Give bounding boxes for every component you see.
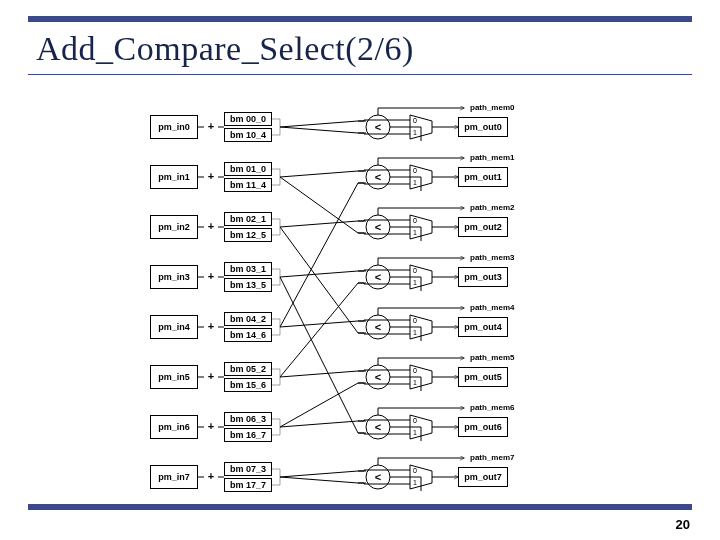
bm-bot-4: bm 14_6 bbox=[224, 328, 272, 342]
adder-0: + bbox=[208, 120, 214, 132]
mux1-2: 1 bbox=[413, 229, 417, 236]
bm-top-7: bm 07_3 bbox=[224, 462, 272, 476]
comparator-3: < bbox=[375, 271, 381, 283]
mux0-5: 0 bbox=[413, 367, 417, 374]
pm-out-0: pm_out0 bbox=[458, 117, 508, 137]
page-number: 20 bbox=[676, 517, 690, 532]
bm-top-1: bm 01_0 bbox=[224, 162, 272, 176]
pm-out-5: pm_out5 bbox=[458, 367, 508, 387]
adder-7: + bbox=[208, 470, 214, 482]
mux0-0: 0 bbox=[413, 117, 417, 124]
pm-in-3: pm_in3 bbox=[150, 265, 198, 289]
svg-line-85 bbox=[280, 227, 358, 333]
mux1-5: 1 bbox=[413, 379, 417, 386]
comparator-0: < bbox=[375, 121, 381, 133]
pm-in-1: pm_in1 bbox=[150, 165, 198, 189]
pm-out-7: pm_out7 bbox=[458, 467, 508, 487]
path-mem-5: path_mem5 bbox=[470, 353, 514, 362]
bottom-bar bbox=[28, 504, 692, 510]
pm-out-2: pm_out2 bbox=[458, 217, 508, 237]
pm-out-3: pm_out3 bbox=[458, 267, 508, 287]
mux0-2: 0 bbox=[413, 217, 417, 224]
bm-bot-1: bm 11_4 bbox=[224, 178, 272, 192]
svg-line-82 bbox=[280, 171, 358, 177]
adder-6: + bbox=[208, 420, 214, 432]
pm-in-2: pm_in2 bbox=[150, 215, 198, 239]
acs-diagram: +<01+<01+<01+<01+<01+<01+<01+<01 pm_in0b… bbox=[150, 88, 590, 496]
svg-line-93 bbox=[280, 383, 358, 427]
comparator-2: < bbox=[375, 221, 381, 233]
pm-out-1: pm_out1 bbox=[458, 167, 508, 187]
mux1-7: 1 bbox=[413, 479, 417, 486]
pm-in-0: pm_in0 bbox=[150, 115, 198, 139]
comparator-7: < bbox=[375, 471, 381, 483]
svg-line-92 bbox=[280, 421, 358, 427]
comparator-6: < bbox=[375, 421, 381, 433]
adder-2: + bbox=[208, 220, 214, 232]
mux1-3: 1 bbox=[413, 279, 417, 286]
path-mem-6: path_mem6 bbox=[470, 403, 514, 412]
svg-line-95 bbox=[280, 477, 358, 483]
adder-3: + bbox=[208, 270, 214, 282]
mux1-1: 1 bbox=[413, 179, 417, 186]
pm-in-5: pm_in5 bbox=[150, 365, 198, 389]
bm-bot-0: bm 10_4 bbox=[224, 128, 272, 142]
mux1-0: 1 bbox=[413, 129, 417, 136]
mux0-7: 0 bbox=[413, 467, 417, 474]
path-mem-1: path_mem1 bbox=[470, 153, 514, 162]
svg-line-90 bbox=[280, 371, 358, 377]
pm-in-4: pm_in4 bbox=[150, 315, 198, 339]
bm-top-0: bm 00_0 bbox=[224, 112, 272, 126]
pm-out-4: pm_out4 bbox=[458, 317, 508, 337]
path-mem-4: path_mem4 bbox=[470, 303, 514, 312]
bm-top-5: bm 05_2 bbox=[224, 362, 272, 376]
title-underline bbox=[28, 74, 692, 75]
mux0-1: 0 bbox=[413, 167, 417, 174]
svg-line-88 bbox=[280, 321, 358, 327]
mux0-4: 0 bbox=[413, 317, 417, 324]
svg-line-80 bbox=[280, 121, 358, 127]
mux1-4: 1 bbox=[413, 329, 417, 336]
svg-line-87 bbox=[280, 277, 358, 433]
svg-line-81 bbox=[280, 127, 358, 133]
wiring-svg: +<01+<01+<01+<01+<01+<01+<01+<01 bbox=[150, 88, 590, 496]
adder-1: + bbox=[208, 170, 214, 182]
path-mem-7: path_mem7 bbox=[470, 453, 514, 462]
bm-top-3: bm 03_1 bbox=[224, 262, 272, 276]
bm-bot-2: bm 12_5 bbox=[224, 228, 272, 242]
svg-line-91 bbox=[280, 283, 358, 377]
mux0-3: 0 bbox=[413, 267, 417, 274]
pm-out-6: pm_out6 bbox=[458, 417, 508, 437]
svg-line-86 bbox=[280, 271, 358, 277]
bm-bot-3: bm 13_5 bbox=[224, 278, 272, 292]
mux0-6: 0 bbox=[413, 417, 417, 424]
top-bar bbox=[28, 16, 692, 22]
path-mem-2: path_mem2 bbox=[470, 203, 514, 212]
mux1-6: 1 bbox=[413, 429, 417, 436]
svg-line-94 bbox=[280, 471, 358, 477]
comparator-4: < bbox=[375, 321, 381, 333]
path-mem-0: path_mem0 bbox=[470, 103, 514, 112]
comparator-1: < bbox=[375, 171, 381, 183]
slide-title: Add_Compare_Select(2/6) bbox=[36, 30, 414, 68]
path-mem-3: path_mem3 bbox=[470, 253, 514, 262]
bm-bot-6: bm 16_7 bbox=[224, 428, 272, 442]
adder-4: + bbox=[208, 320, 214, 332]
comparator-5: < bbox=[375, 371, 381, 383]
bm-top-2: bm 02_1 bbox=[224, 212, 272, 226]
adder-5: + bbox=[208, 370, 214, 382]
bm-top-4: bm 04_2 bbox=[224, 312, 272, 326]
bm-bot-5: bm 15_6 bbox=[224, 378, 272, 392]
bm-bot-7: bm 17_7 bbox=[224, 478, 272, 492]
pm-in-7: pm_in7 bbox=[150, 465, 198, 489]
slide: Add_Compare_Select(2/6) +<01+<01+<01+<01… bbox=[0, 0, 720, 540]
pm-in-6: pm_in6 bbox=[150, 415, 198, 439]
bm-top-6: bm 06_3 bbox=[224, 412, 272, 426]
